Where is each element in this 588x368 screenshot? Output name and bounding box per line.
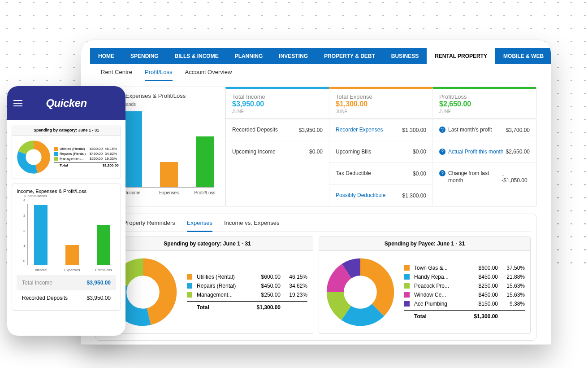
nav-tab-business[interactable]: BUSINESS [383,48,427,64]
legend-pct: 46.15% [281,274,307,280]
legend-name: Repairs (Rental) [197,283,249,289]
kpi-expense: Total Expense $1,300.00 JUNE [329,87,432,118]
kpi-row: Total Income $3,950.00 JUNE Total Expens… [225,87,536,119]
brand-logo: Quicken [22,97,119,110]
kpi-income-period: JUNE [232,109,323,114]
legend-pct: 21.88% [498,274,525,280]
subnav-rent-centre[interactable]: Rent Centre [101,69,132,81]
legend-row: Ace Plumbing-$150.009.38% [404,299,525,308]
bar-label: Income [30,268,52,272]
legend-amount: $250.00 [249,292,281,298]
legend-category: Utilities (Rental)$600.0046.15%Repairs (… [187,272,307,312]
detail-value: $1,300.00 [402,127,426,133]
phone-legend-row: Repairs (Rental)$450.0034.62% [54,151,117,156]
help-icon[interactable]: ? [439,127,445,133]
detail-label[interactable]: Possibly Deductibule [336,192,385,199]
legend-total-row: Total$1,300.00 [187,301,307,312]
details-col-expense: Recorder Expenses$1,300.00Upcoming Bills… [329,119,432,206]
phone-summary-value: $3,950.00 [87,295,111,301]
nav-tab-planning[interactable]: PLANNING [227,48,271,64]
phone-legend-row: Management...$250.0019.23% [54,156,117,161]
legend-amount: -$150.00 [467,301,498,307]
hamburger-icon[interactable] [13,100,22,106]
bar-profit-loss: Profit/Loss [97,225,110,265]
bar-expenses: Expenses [160,162,178,187]
detail-value: $0.00 [413,171,426,177]
legend-swatch [187,292,192,298]
legend-name: Handy Repa... [414,274,467,280]
nav-tab-investing[interactable]: INVESTING [271,48,316,64]
sub-nav: Rent CentreProfit/LossAccount Overview [90,64,542,81]
phone-summary: Total Income$3,950.00Recorded Deposits$3… [17,275,116,306]
nav-tab-home[interactable]: HOME [90,48,122,64]
bar-label: Profit/Loss [92,268,115,272]
detail-cell: Recorded Deposits$3,950.00 [226,119,329,141]
legend-name: Window Ce... [414,292,467,298]
legend-amount: $600.00 [249,274,281,280]
help-icon[interactable]: ? [439,149,445,155]
kpi-details: Recorded Deposits$3,950.00Upcoming Incom… [225,119,536,206]
phone-legend-row: Utilities (Rental)$600.0046.15% [54,146,117,151]
help-icon[interactable]: ? [439,170,445,176]
phone-header: Quicken [7,86,125,120]
detail-label[interactable]: Actual Profit this month [448,149,503,156]
detail-cell: Upcoming Bills$0.00 [329,141,432,163]
detail-label[interactable]: Recorder Expenses [336,127,383,134]
detail-value: $3,950.00 [299,127,323,133]
bar-label: Profit/Loss [191,190,218,195]
subnav-profit-loss[interactable]: Profit/Loss [145,69,172,81]
legend-amount: $250.00 [467,283,498,289]
phone-summary-label: Total Income [22,280,52,286]
section-tab-expenses[interactable]: Expenses [187,219,212,232]
detail-label: Recorded Deposits [232,127,278,134]
nav-tab-mobile-web[interactable]: MOBILE & WEB [495,48,551,64]
nav-tab-spending[interactable]: SPENDING [122,48,167,64]
legend-swatch [187,283,192,289]
legend-total-label: Total [414,313,467,320]
detail-label: Tax Deductible [336,170,371,177]
nav-tab-property-debt[interactable]: PROPERTY & DEBT [316,48,383,64]
nav-tab-rental-property[interactable]: RENTAL PROPERTY [427,48,495,64]
legend-pct: 34.62% [281,283,307,289]
kpi-income-title: Total Income [232,93,323,100]
detail-value: $0.00 [413,149,426,155]
section-tab-income-vs-expenses[interactable]: Income vs. Expenses [224,219,280,232]
subnav-account-overview[interactable]: Account Overview [185,69,232,81]
legend-name: Management... [197,292,249,298]
detail-cell: Upcoming Income$0.00 [226,141,329,163]
nav-tab-bills-income[interactable]: BILLS & INCOME [167,48,227,64]
detail-value: $2,650.00 [506,149,530,155]
kpi-expense-value: $1,300.00 [336,100,426,108]
detail-cell: ?Change from last month↓ -$1,050.00 [433,162,536,191]
legend-row: Handy Repa...$450.0021.88% [404,272,525,281]
legend-swatch [404,283,410,289]
detail-label: Last month's profit [448,127,492,134]
legend-amount: $600.00 [467,265,498,271]
expenses-section: Rental Property RemindersExpensesIncome … [95,214,536,341]
legend-total-row: Total$1,300.00 [404,310,525,321]
legend-total-amount: $1,300.00 [249,304,281,311]
phone-summary-row: Recorded Deposits$3,950.00 [17,290,116,306]
legend-swatch [187,274,192,280]
legend-pct: 37.50% [498,265,525,271]
legend-pct: 9.38% [498,301,525,307]
legend-pct: 15.63% [498,292,525,298]
detail-label: Upcoming Bills [336,149,371,156]
detail-value: ↓ -$1,050.00 [502,171,530,184]
bar-income: Income [34,205,48,265]
legend-name: Peacock Pro... [414,283,467,289]
bar-chart: 0 1 2 3 4 IncomeExpensesProfit/Loss [109,109,218,198]
phone-chart-title: Income, Expenses & Profit/Loss [17,188,116,194]
legend-amount: $450.00 [467,274,498,280]
legend-amount: $450.00 [467,292,498,298]
legend-swatch [404,274,410,280]
legend-row: Peacock Pro...$250.0015.63% [404,281,525,290]
phone-donut-chart [16,139,52,175]
legend-swatch [404,265,410,271]
detail-cell: Tax Deductible$0.00 [329,162,432,184]
kpi-profit-value: $2,650.00 [439,100,530,108]
legend-row: Repairs (Rental)$450.0034.62% [187,281,307,290]
legend-name: Utilities (Rental) [197,274,249,280]
detail-cell: Recorder Expenses$1,300.00 [329,119,432,141]
section-tabs: Rental Property RemindersExpensesIncome … [101,215,531,232]
